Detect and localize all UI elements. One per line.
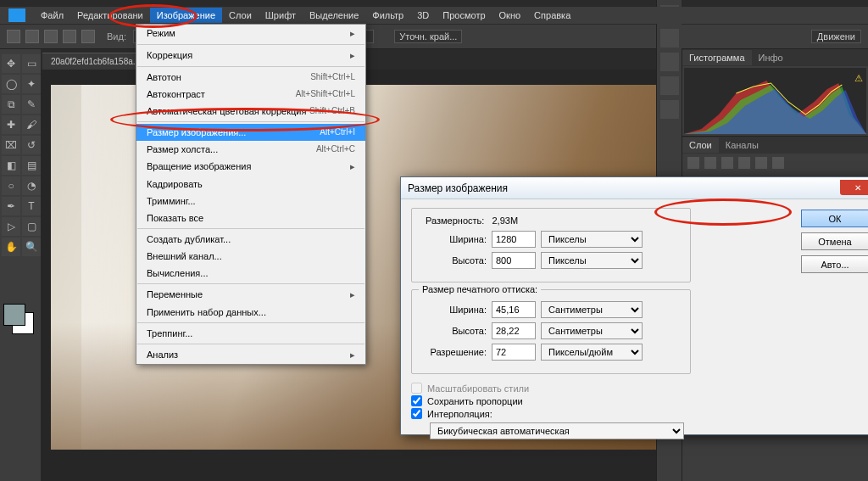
menu-view[interactable]: Просмотр bbox=[436, 8, 492, 23]
pen-tool[interactable]: ✒ bbox=[2, 197, 20, 215]
menu-item[interactable]: АвтоконтрастAlt+Shift+Ctrl+L bbox=[136, 86, 365, 103]
px-width-label: Ширина: bbox=[420, 234, 487, 244]
interp-select[interactable]: Бикубическая автоматическая bbox=[430, 422, 684, 439]
print-width-unit[interactable]: Сантиметры bbox=[541, 301, 643, 318]
crop-tool[interactable]: ⧉ bbox=[2, 95, 20, 114]
menu-item[interactable]: Кадрировать bbox=[136, 176, 365, 193]
menu-item[interactable]: Применить набор данных... bbox=[136, 304, 365, 321]
fg-color-swatch[interactable] bbox=[3, 304, 25, 326]
type-tool[interactable]: T bbox=[22, 197, 41, 215]
marquee-tool[interactable]: ▭ bbox=[22, 54, 41, 73]
ps-logo bbox=[8, 8, 25, 22]
px-width-unit[interactable]: Пикселы bbox=[541, 231, 643, 248]
tab-layers[interactable]: Слои bbox=[682, 137, 719, 153]
marquee-add-icon[interactable] bbox=[44, 30, 58, 43]
filter-type-icon[interactable] bbox=[738, 157, 750, 169]
menu-item[interactable]: Создать дубликат... bbox=[136, 231, 365, 248]
auto-button[interactable]: Авто... bbox=[801, 255, 868, 273]
menu-item[interactable]: Анализ bbox=[136, 346, 365, 364]
wand-tool[interactable]: ✦ bbox=[22, 75, 41, 93]
menu-window[interactable]: Окно bbox=[492, 8, 528, 23]
menu-item[interactable]: Автоматическая цветовая коррекцияShift+C… bbox=[136, 103, 365, 120]
marquee-sub-icon[interactable] bbox=[63, 30, 76, 43]
tab-info[interactable]: Инфо bbox=[752, 50, 790, 65]
menu-item[interactable]: АвтотонShift+Ctrl+L bbox=[136, 69, 365, 86]
menu-item[interactable]: Тримминг... bbox=[136, 193, 365, 210]
filter-adjust-icon[interactable] bbox=[721, 157, 733, 169]
menu-item[interactable]: Режим bbox=[136, 25, 365, 42]
tool-preset-icon[interactable] bbox=[7, 30, 20, 43]
px-height-input[interactable] bbox=[492, 252, 536, 269]
dialog-title: Размер изображения bbox=[401, 177, 868, 199]
refine-edge-button[interactable]: Уточн. край... bbox=[394, 30, 462, 43]
menubar: Файл Редактировани Изображение Слои Шриф… bbox=[0, 7, 868, 24]
marquee-int-icon[interactable] bbox=[81, 30, 95, 43]
menu-image[interactable]: Изображение bbox=[150, 8, 222, 23]
px-width-input[interactable] bbox=[492, 231, 536, 248]
eraser-tool[interactable]: ◧ bbox=[2, 156, 20, 175]
scale-styles-label: Масштабировать стили bbox=[427, 383, 529, 394]
menu-item[interactable]: Коррекция bbox=[136, 47, 365, 64]
print-height-input[interactable] bbox=[492, 322, 536, 339]
zoom-tool[interactable]: 🔍 bbox=[22, 238, 41, 256]
tools-panel: ✥ ▭ ◯ ✦ ⧉ ✎ ✚ 🖌 ⌧ ↺ ◧ ▤ ○ ◔ ✒ T ▷ ▢ ✋ 🔍 bbox=[0, 49, 41, 481]
move-tool[interactable]: ✥ bbox=[2, 54, 20, 73]
character-icon[interactable] bbox=[660, 76, 679, 95]
filter-kind-icon[interactable] bbox=[687, 157, 699, 169]
menu-layers[interactable]: Слои bbox=[222, 8, 259, 23]
resolution-unit[interactable]: Пикселы/дюйм bbox=[541, 344, 643, 361]
filter-pixel-icon[interactable] bbox=[704, 157, 716, 169]
menu-item[interactable]: Треппинг... bbox=[136, 325, 365, 342]
image-menu-dropdown: РежимКоррекцияАвтотонShift+Ctrl+LАвтокон… bbox=[136, 24, 366, 365]
document-tab[interactable]: 20a0f2efd1cb6fa158a... bbox=[42, 53, 148, 70]
lasso-tool[interactable]: ◯ bbox=[2, 75, 20, 93]
tab-channels[interactable]: Каналы bbox=[719, 137, 765, 153]
interp-check[interactable] bbox=[411, 408, 422, 419]
blur-tool[interactable]: ○ bbox=[2, 176, 20, 195]
gradient-tool[interactable]: ▤ bbox=[22, 156, 41, 175]
dimension-value: 2,93M bbox=[492, 215, 519, 226]
menu-select[interactable]: Выделение bbox=[303, 8, 365, 23]
resolution-input[interactable] bbox=[492, 344, 536, 361]
close-icon[interactable]: ✕ bbox=[840, 180, 868, 195]
shape-tool[interactable]: ▢ bbox=[22, 217, 41, 236]
menu-item[interactable]: Вращение изображения bbox=[136, 158, 365, 176]
menu-item[interactable]: Вычисления... bbox=[136, 265, 365, 282]
filter-smart-icon[interactable] bbox=[772, 157, 784, 169]
view-label: Вид: bbox=[107, 31, 126, 42]
interp-label: Интерполяция: bbox=[427, 409, 492, 419]
menu-help[interactable]: Справка bbox=[527, 8, 577, 23]
menu-item[interactable]: Переменные bbox=[136, 286, 365, 304]
cancel-button[interactable]: Отмена bbox=[801, 232, 868, 250]
menu-edit[interactable]: Редактировани bbox=[70, 8, 150, 23]
marquee-icon[interactable] bbox=[25, 30, 39, 43]
menu-item[interactable]: Внешний канал... bbox=[136, 248, 365, 265]
menu-3d[interactable]: 3D bbox=[410, 8, 436, 23]
resolution-label: Разрешение: bbox=[420, 347, 487, 357]
brush-tool[interactable]: 🖌 bbox=[22, 115, 41, 134]
history-brush-tool[interactable]: ↺ bbox=[22, 136, 41, 154]
menu-item[interactable]: Размер изображения...Alt+Ctrl+I bbox=[136, 124, 365, 141]
heal-tool[interactable]: ✚ bbox=[2, 115, 20, 134]
menu-item[interactable]: Размер холста...Alt+Ctrl+C bbox=[136, 141, 365, 158]
menu-file[interactable]: Файл bbox=[34, 8, 70, 23]
ok-button[interactable]: ОК bbox=[801, 210, 868, 227]
motion-button[interactable]: Движени bbox=[811, 30, 861, 43]
eyedropper-tool[interactable]: ✎ bbox=[22, 95, 41, 114]
dodge-tool[interactable]: ◔ bbox=[22, 176, 41, 195]
properties-icon[interactable] bbox=[660, 53, 679, 71]
path-tool[interactable]: ▷ bbox=[2, 217, 20, 236]
px-height-unit[interactable]: Пикселы bbox=[541, 252, 643, 269]
print-height-unit[interactable]: Сантиметры bbox=[541, 322, 643, 339]
print-width-input[interactable] bbox=[492, 301, 536, 318]
constrain-check[interactable] bbox=[411, 395, 422, 406]
hand-tool[interactable]: ✋ bbox=[2, 238, 20, 256]
menu-type[interactable]: Шрифт bbox=[259, 8, 303, 23]
paragraph-icon[interactable] bbox=[660, 100, 679, 119]
tab-histogram[interactable]: Гистограмма bbox=[682, 50, 752, 65]
stamp-tool[interactable]: ⌧ bbox=[2, 136, 20, 154]
filter-shape-icon[interactable] bbox=[755, 157, 767, 169]
actions-icon[interactable] bbox=[660, 29, 679, 48]
menu-item[interactable]: Показать все bbox=[136, 210, 365, 227]
menu-filter[interactable]: Фильтр bbox=[365, 8, 410, 23]
